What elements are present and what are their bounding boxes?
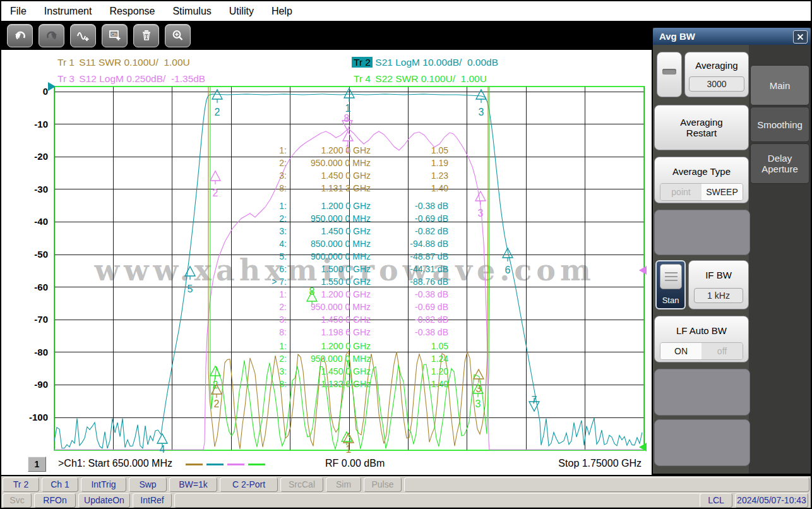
marker-value: 1.20	[371, 365, 448, 378]
tab-smoothing[interactable]: Smoothing	[750, 107, 809, 142]
marker-value: 1.05	[371, 340, 448, 352]
marker-table-row: 1:1.200 0 GHz1.05	[254, 144, 448, 157]
marker-table-row: 3:1.450 0 GHz1.23	[254, 169, 448, 182]
marker-number: 3:	[254, 313, 287, 326]
marker-value: 1.40	[371, 182, 448, 195]
marker-number: 3:	[254, 365, 287, 378]
panel-tab-column: MainSmoothingDelay Aperture	[749, 45, 811, 474]
status-bw-1k[interactable]: BW=1k	[169, 477, 217, 492]
if-bw-label: IF BW	[689, 270, 748, 280]
marker-value: -0.69 dB	[371, 301, 448, 313]
marker-table-row: 1:1.200 0 GHz-0.38 dB	[254, 200, 448, 212]
marker-number-label: 1	[345, 103, 351, 114]
marker-frequency: 950.000 0 MHz	[287, 352, 371, 365]
status-c-2-port[interactable]: C 2-Port	[220, 477, 278, 492]
average-type-button[interactable]: Average Type point SWEEP	[654, 157, 749, 203]
marker-number-label: 3	[475, 398, 481, 409]
status-srccal[interactable]: SrcCal	[280, 477, 323, 492]
marker-table: 1:1.200 0 GHz-0.38 dB2:950.000 0 MHz-0.6…	[254, 200, 448, 288]
trace2-definition: S21 LogM 10.00dB/ 0.00dB	[373, 57, 498, 68]
averaging-button[interactable]: Averaging 3000	[684, 52, 749, 97]
trace3-id: Tr 3	[56, 73, 76, 84]
marker-frequency: 900.000 0 MHz	[287, 250, 371, 263]
marker-triangle-icon	[343, 131, 353, 141]
status-inttrig[interactable]: IntTrig	[81, 477, 126, 492]
switch-label: Stan	[657, 296, 684, 305]
marker-number: 1:	[254, 200, 287, 212]
marker-triangle-icon	[475, 191, 486, 201]
marker-number-label: 5	[188, 284, 193, 294]
y-axis-label: -50	[19, 249, 48, 260]
status-ch-1[interactable]: Ch 1	[42, 477, 78, 492]
y-axis-label: -80	[19, 347, 48, 357]
status-tr-2[interactable]: Tr 2	[3, 477, 39, 492]
status-pulse[interactable]: Pulse	[364, 477, 402, 492]
channel-start-frequency: >Ch1: Start 650.000 MHz	[58, 458, 172, 469]
average-type-point-option[interactable]: point	[660, 184, 702, 200]
lcl-indicator[interactable]: LCL	[700, 493, 732, 508]
trace-dash-olive	[186, 464, 203, 465]
status-row-2: SvcRFOnUpdateOnIntRef	[3, 493, 703, 508]
trace4-definition: S22 SWR 0.100U/ 1.00U	[373, 73, 487, 84]
marker-number: 1:	[254, 144, 287, 157]
marker-frequency: 1.550 0 GHz	[287, 275, 371, 288]
average-type-sweep-option[interactable]: SWEEP	[702, 184, 743, 200]
marker-number: 2:	[254, 352, 287, 365]
marker-frequency: 1.200 0 GHz	[287, 144, 371, 157]
marker-frequency: 1.450 0 GHz	[287, 169, 371, 182]
if-bw-mode-switch[interactable]: Stan	[655, 260, 686, 309]
status-row-1: Tr 2Ch 1IntTrigSwpBW=1kC 2-PortSrcCalSim…	[3, 477, 809, 492]
trace1-definition: S11 SWR 0.100U/ 1.00U	[76, 57, 190, 68]
averaging-toggle-button[interactable]	[657, 52, 682, 97]
status-intref[interactable]: IntRef	[133, 493, 172, 508]
empty-softkey-3	[654, 419, 750, 466]
trace3-legend[interactable]: Tr 3 S12 LogM 0.250dB/ -1.35dB	[56, 73, 205, 86]
panel-close-button[interactable]	[793, 30, 808, 44]
marker-number: 2:	[254, 301, 287, 313]
switch-knob-icon	[660, 264, 682, 289]
averaging-value[interactable]: 3000	[689, 76, 744, 92]
trace2-id-active: Tr 2	[352, 57, 373, 68]
marker-number-label: 2	[215, 107, 220, 117]
y-axis-label: -40	[19, 216, 48, 227]
empty-softkey-1	[654, 210, 750, 255]
marker-table: 1:1.200 0 GHz1.052:950.000 0 MHz1.243:1.…	[254, 340, 448, 390]
marker-table-row: 3:1.450 0 GHz-0.82 dB	[254, 313, 448, 326]
tab-delay-aperture[interactable]: Delay Aperture	[750, 143, 809, 184]
if-bw-value[interactable]: 1 kHz	[694, 288, 743, 303]
trace1-legend[interactable]: Tr 1 S11 SWR 0.100U/ 1.00U	[56, 57, 190, 69]
trace2-legend[interactable]: Tr 2 S21 LogM 10.00dB/ 0.00dB	[352, 57, 498, 69]
y-axis-label: -10	[19, 119, 48, 129]
status-rfon[interactable]: RFOn	[34, 493, 76, 508]
marker-table-row: 6:1.500 0 GHz-44.31 dB	[254, 263, 448, 275]
marker-number: 2:	[254, 212, 287, 225]
trace4-legend[interactable]: Tr 4 S22 SWR 0.100U/ 1.00U	[352, 73, 487, 86]
marker-value: 1.23	[371, 169, 448, 182]
marker-table-row: 2:950.000 0 MHz-0.69 dB	[254, 301, 448, 313]
trace3-definition: S12 LogM 0.250dB/ -1.35dB	[76, 73, 205, 84]
tab-main[interactable]: Main	[750, 65, 809, 105]
marker-number-label: 3	[478, 208, 484, 219]
marker-table-row: 8:1.198 6 GHz-0.38 dB	[254, 326, 448, 338]
marker-value: -0.69 dB	[371, 212, 448, 225]
status-swp[interactable]: Swp	[129, 477, 167, 492]
lf-auto-bw-button[interactable]: LF Auto BW ON off	[654, 316, 749, 362]
averaging-restart-button[interactable]: Averaging Restart	[654, 105, 749, 150]
rf-power-level: RF 0.00 dBm	[325, 458, 385, 469]
lf-auto-bw-on-option[interactable]: ON	[660, 343, 702, 359]
status-sim[interactable]: Sim	[326, 477, 361, 492]
channel-number-badge[interactable]: 1	[28, 457, 46, 472]
status-svc[interactable]: Svc	[3, 493, 32, 508]
marker-value: -94.88 dB	[371, 237, 448, 250]
graticule-display-area: www.xahxmicrowave.com 21381567423223381 …	[1, 50, 652, 475]
marker-value: -88.76 dB	[371, 275, 448, 288]
y-axis-label: -20	[19, 151, 48, 162]
status-updateon[interactable]: UpdateOn	[78, 493, 130, 508]
if-bw-button[interactable]: IF BW 1 kHz	[688, 260, 749, 309]
marker-number: 5:	[254, 250, 287, 263]
lf-auto-bw-off-option[interactable]: off	[702, 343, 743, 359]
marker-number-label: 2	[213, 380, 218, 390]
marker-frequency: 1.132 6 GHz	[287, 378, 371, 390]
marker-frequency: 1.200 0 GHz	[287, 288, 371, 301]
marker-number: 2:	[254, 157, 287, 169]
